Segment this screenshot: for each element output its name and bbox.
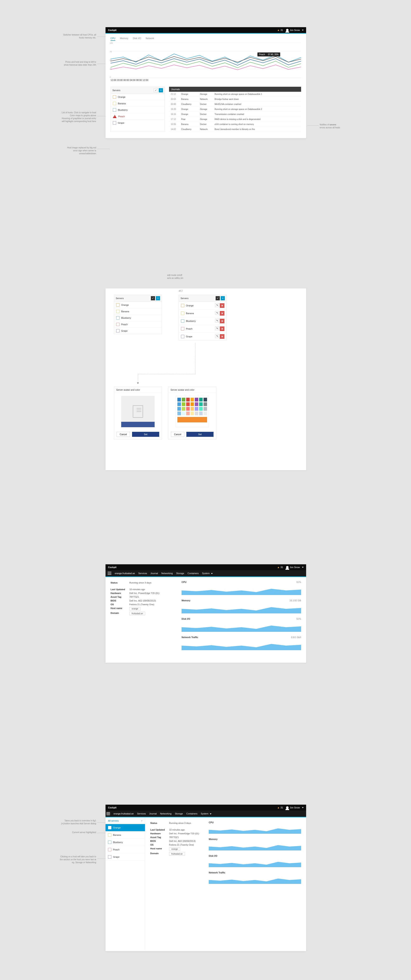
pencil-icon[interactable]: ✎: [215, 326, 219, 330]
host-row-banana[interactable]: Banana: [111, 100, 165, 107]
sidebar-host-blueberry[interactable]: Blueberry: [106, 839, 145, 846]
add-server-button[interactable]: +: [221, 296, 225, 300]
journal-row[interactable]: 10:55BananaDockeroVirt container is runn…: [169, 122, 301, 127]
color-swatch[interactable]: [199, 402, 203, 406]
color-swatch[interactable]: [190, 402, 194, 406]
set-button[interactable]: Set: [186, 432, 214, 437]
journal-row[interactable]: 20:03BananaNetworkBriodge foobar went do…: [169, 97, 301, 102]
nav-containers[interactable]: Containers: [187, 572, 198, 574]
color-swatch[interactable]: [178, 412, 181, 415]
host-row[interactable]: Blueberry: [114, 315, 162, 321]
user-menu[interactable]: Jon Snow: [286, 29, 304, 31]
nav-journal[interactable]: Journal: [149, 812, 157, 815]
host-row-grape[interactable]: Grape: [111, 120, 165, 126]
journal-row[interactable]: 19:20OrangeStorageRunning short on stora…: [169, 107, 301, 112]
delete-button[interactable]: ✕: [220, 334, 224, 339]
color-swatch[interactable]: [195, 412, 198, 415]
pill-value[interactable]: fruitsalad.se: [169, 852, 185, 856]
color-swatch[interactable]: [186, 412, 190, 415]
nav-services[interactable]: Services: [137, 812, 146, 815]
host-row-peach[interactable]: Peach: [111, 113, 165, 120]
nav-services[interactable]: Services: [138, 572, 147, 574]
color-swatch[interactable]: [203, 412, 207, 415]
color-swatch[interactable]: [186, 398, 190, 401]
metric-diskio[interactable]: Disk I/O: [209, 854, 301, 867]
color-swatch[interactable]: [199, 398, 203, 401]
pill-value[interactable]: fruitsalad.se: [129, 612, 145, 615]
host-row[interactable]: Peach✎✕: [179, 325, 227, 333]
host-row-orange[interactable]: Orange: [111, 94, 165, 100]
color-swatch[interactable]: [182, 412, 185, 415]
nav-system[interactable]: System: [201, 812, 212, 815]
pencil-icon[interactable]: ✎: [215, 334, 219, 338]
nav-storage[interactable]: Storage: [176, 572, 184, 574]
journal-row[interactable]: 20:00CloudberryDockerMintDLNA container …: [169, 102, 301, 107]
tab-memory[interactable]: Memory: [120, 37, 128, 41]
color-swatch[interactable]: [178, 402, 181, 406]
nav-storage[interactable]: Storage: [175, 812, 183, 815]
color-grid[interactable]: [176, 396, 209, 427]
nav-journal[interactable]: Journal: [151, 572, 158, 574]
sidebar-host-banana[interactable]: Banana: [106, 831, 145, 839]
overview-chart[interactable]: 100 75 50 25 0 Peach: [111, 43, 301, 78]
host-row[interactable]: Banana✎✕: [179, 310, 227, 317]
color-swatch[interactable]: [182, 402, 185, 406]
metric-memory[interactable]: Memory16.1/32 GB: [182, 599, 301, 613]
pencil-icon[interactable]: ✎: [215, 319, 219, 323]
pill-value[interactable]: orange: [169, 847, 180, 851]
tab-network[interactable]: Network: [146, 37, 154, 41]
metric-diskio[interactable]: Disk I/O51%: [182, 617, 301, 632]
pill-value[interactable]: orange: [129, 607, 140, 611]
color-swatch[interactable]: [186, 402, 190, 406]
add-server-button[interactable]: +: [159, 88, 163, 92]
color-swatch[interactable]: [203, 402, 207, 406]
journal-row[interactable]: 18:15OrangeDockerTransmission container …: [169, 112, 301, 117]
color-swatch[interactable]: [195, 402, 198, 406]
color-swatch[interactable]: [195, 398, 198, 401]
host-row[interactable]: Grape: [114, 328, 162, 334]
color-swatch[interactable]: [182, 407, 185, 411]
delete-button[interactable]: ✕: [220, 311, 224, 316]
user-menu[interactable]: Jon Snow: [286, 806, 304, 809]
color-swatch[interactable]: [178, 398, 181, 401]
color-swatch[interactable]: [186, 407, 190, 411]
alerts-badge[interactable]: ▲31: [277, 29, 283, 32]
metric-memory[interactable]: Memory: [209, 838, 301, 850]
pencil-icon[interactable]: ✎: [215, 311, 219, 315]
metric-cpu[interactable]: CPU: [209, 821, 301, 834]
color-swatch[interactable]: [195, 407, 198, 411]
host-row[interactable]: Peach: [114, 321, 162, 328]
pencil-icon[interactable]: ✎: [215, 303, 219, 307]
color-swatch[interactable]: [203, 398, 207, 401]
nav-containers[interactable]: Containers: [186, 812, 197, 815]
color-swatch[interactable]: [178, 407, 181, 411]
color-swatch[interactable]: [190, 398, 194, 401]
edit-toggle[interactable]: ✓: [154, 88, 158, 92]
color-swatch[interactable]: [203, 407, 207, 411]
add-server-button[interactable]: +: [156, 296, 160, 300]
menu-icon[interactable]: [106, 812, 110, 815]
cancel-button[interactable]: Cancel: [117, 432, 130, 437]
color-swatch[interactable]: [199, 412, 203, 415]
edit-toggle[interactable]: ✓: [151, 296, 155, 300]
edit-toggle[interactable]: ✓: [216, 296, 220, 300]
journal-row[interactable]: 21:12OrangeStorageRunning short on stora…: [169, 92, 301, 97]
host-row[interactable]: Banana: [114, 308, 162, 315]
color-swatch[interactable]: [199, 407, 203, 411]
color-swatch[interactable]: [182, 398, 185, 401]
tab-diskio[interactable]: Disk I/O: [133, 37, 141, 41]
metric-networktraffic[interactable]: Network Traffic0.5/1 Gb/t: [182, 636, 301, 650]
host-row[interactable]: Orange: [114, 302, 162, 308]
color-swatch[interactable]: [190, 412, 194, 415]
delete-button[interactable]: ✕: [220, 303, 224, 308]
sidebar-host-orange[interactable]: Orange: [106, 824, 145, 831]
journal-row[interactable]: 17:12PearStorageRAID device is missing a…: [169, 117, 301, 122]
journal-row[interactable]: 14:02CloudberryNetworkBond Jamesbond mem…: [169, 127, 301, 132]
menu-icon[interactable]: [108, 572, 111, 575]
set-button[interactable]: Set: [132, 432, 159, 437]
tab-cpu[interactable]: CPU: [111, 37, 115, 41]
all-servers-link[interactable]: All servers +: [106, 818, 145, 824]
nav-networking[interactable]: Networking: [161, 572, 173, 574]
alerts-badge[interactable]: ▲31: [277, 566, 283, 569]
host-row-blueberry[interactable]: Blueberry: [111, 107, 165, 113]
